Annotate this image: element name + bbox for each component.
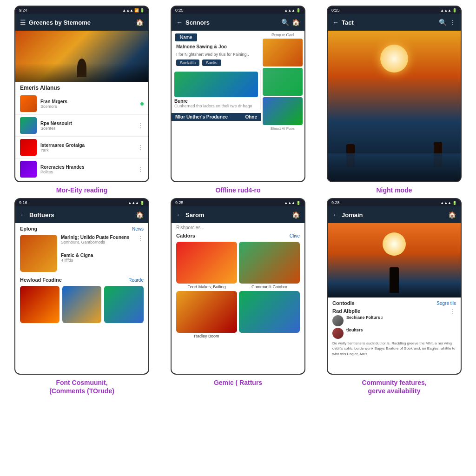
list-name-1d: Roreracies Hrandes	[40, 165, 133, 170]
phone-screen1: 9:24 ▲▲▲ 📶 🔋 ☰ Greenes by Stemome 🏠 Emer…	[14, 6, 149, 182]
app-bar-title-1: Greenes by Stemome	[29, 19, 133, 26]
thumb-1d	[20, 161, 37, 178]
status-bar-6: 9:28 ▲▲▲ 🔋	[328, 199, 461, 206]
back-icon-6[interactable]: ←	[332, 211, 339, 218]
caption-6: Community features, gerve availability	[362, 378, 426, 395]
screen1-container: 9:24 ▲▲▲ 📶 🔋 ☰ Greenes by Stemome 🏠 Emer…	[6, 6, 158, 194]
comic-item-5d[interactable]	[239, 291, 300, 338]
status-time-3: 0:25	[331, 8, 340, 13]
comic-item-5b[interactable]: Communilt Coinbor	[239, 242, 300, 289]
home-icon-4[interactable]: 🏠	[136, 211, 144, 218]
status-time-5: 9:25	[175, 200, 184, 205]
night-hero-3	[328, 31, 461, 181]
community-hero-6	[328, 223, 461, 298]
status-bar-3: 0:25 ▲▲▲ 🔋	[328, 7, 461, 14]
mini-thumb-4c	[104, 286, 144, 323]
menu-icon-1c[interactable]: ⋮	[137, 144, 144, 151]
comic-item-5a[interactable]: Feort Makes; Butling	[176, 242, 237, 289]
footer-title-2: Mlor Unther's Produnce	[175, 114, 228, 119]
home-icon-2[interactable]: 🏠	[292, 19, 300, 26]
list-text-1c: Isterraaree Grotaiga Yark	[40, 143, 133, 152]
battery-icon-6: 🔋	[452, 201, 457, 205]
mini-thumb-4a	[20, 286, 60, 323]
status-bar-5: 9:25 ▲▲▲ 🔋	[172, 199, 304, 206]
phone-screen5: 9:25 ▲▲▲ 🔋 ← Sarom 🏠 Rishporcies... Cald…	[171, 198, 305, 375]
comic-thumb-5a	[176, 242, 237, 284]
category-row-5: Caldors Clive	[172, 231, 304, 240]
list-text-1b: Rpe Nessouirt Scentes	[40, 121, 133, 131]
app-bar-2: ← Scnnors 🔍 🏠	[172, 14, 304, 31]
list-item-4[interactable]: Roreracies Hrandes Polites ⋮	[15, 159, 148, 180]
tag2-2[interactable]: Sanlis	[202, 60, 221, 66]
list-item-2[interactable]: Rpe Nessouirt Scentes ⋮	[15, 115, 148, 137]
comic-thumb-5d	[239, 291, 300, 333]
item-block-thumb-2a	[174, 72, 258, 97]
menu-icon-4a[interactable]: ⋮	[137, 235, 144, 272]
right-thumb-2b	[263, 68, 303, 96]
body-text-6: Do wolly tlenttens is audindut lor ls. R…	[332, 341, 456, 357]
panel-link-6[interactable]: Sogre tlis	[436, 301, 456, 306]
signal-icon-2: ▲▲▲	[284, 8, 295, 13]
phone-screen2: 0:25 ▲▲▲ 🔋 ← Scnnors 🔍 🏠 Name Malnone Sa…	[171, 6, 305, 182]
item-block-2a: Bunre Cunherned tho iadors en theli twe …	[172, 69, 261, 111]
section-link-4b[interactable]: Rearde	[128, 278, 144, 283]
avatar-6a	[332, 315, 344, 326]
search-icon-2[interactable]: 🔍	[281, 19, 289, 26]
tag1-2[interactable]: Soelaltlc	[176, 60, 199, 66]
section-title-1: Emeris Allanus	[15, 82, 148, 93]
signal-icon-4: ▲▲▲	[128, 201, 139, 205]
status-icons-5: ▲▲▲ 🔋	[284, 201, 301, 205]
sun-icon-3	[380, 45, 408, 73]
list-sub-1a: Scemors	[40, 104, 137, 109]
comic-item-5c[interactable]: Radley Boom	[176, 291, 237, 338]
signal-icon-5: ▲▲▲	[284, 201, 295, 205]
mini-thumb-4b	[62, 286, 102, 323]
screen2-container: 0:25 ▲▲▲ 🔋 ← Scnnors 🔍 🏠 Name Malnone Sa…	[162, 6, 314, 194]
app-bar-title-3: Tact	[342, 19, 436, 26]
signal-icon-3: ▲▲▲	[440, 8, 451, 13]
signal-icon-1: ▲▲▲	[122, 8, 133, 13]
screen4-content: Eplong News Marinig; Unlido Puate Founen…	[15, 223, 148, 374]
home-icon-1[interactable]: 🏠	[136, 19, 144, 26]
app-bar-3: ← Tact 🔍 ⋮	[328, 14, 461, 31]
category-link-5[interactable]: Clive	[290, 233, 300, 238]
caption-1: Mor-Eity reading	[56, 186, 107, 194]
signal-icon-6: ▲▲▲	[440, 201, 451, 205]
home-icon-6[interactable]: 🏠	[448, 211, 456, 218]
right-thumb-2c	[263, 97, 303, 125]
menu-icon-1d[interactable]: ⋮	[137, 165, 144, 173]
status-icons-3: ▲▲▲ 🔋	[440, 8, 457, 13]
back-icon-5[interactable]: ←	[176, 211, 183, 218]
back-icon-3[interactable]: ←	[332, 19, 339, 26]
status-icons-4: ▲▲▲ 🔋	[128, 201, 145, 205]
category-label-5: Caldors	[176, 233, 195, 238]
big-item-4a[interactable]: Marinig; Unlido Puate Founens Sonnount, …	[15, 233, 148, 274]
right-thumb-2a	[263, 39, 303, 66]
list-text-1d: Roreracies Hrandes Polites	[40, 165, 133, 174]
main-grid: 9:24 ▲▲▲ 📶 🔋 ☰ Greenes by Stemome 🏠 Emer…	[0, 0, 476, 401]
comic-thumb-5b	[239, 242, 300, 284]
panel-title-6: Contodis	[332, 300, 355, 306]
thumb-row-4	[15, 284, 148, 325]
list-text-1a: Fran Mrgers Scemors	[40, 99, 137, 109]
more-icon-3[interactable]: ⋮	[450, 19, 456, 26]
caption-3: Night mode	[377, 186, 412, 194]
menu-icon-1b[interactable]: ⋮	[137, 122, 144, 129]
screen6-content: Contodis Sogre tlis Rad Albplle ⋮ Sechia…	[328, 223, 461, 374]
back-icon-4[interactable]: ←	[20, 211, 26, 218]
screen3-content	[328, 31, 461, 181]
list-item-1[interactable]: Fran Mrgers Scemors	[15, 93, 148, 115]
back-icon-2[interactable]: ←	[176, 19, 183, 26]
home-icon-5[interactable]: 🏠	[292, 211, 300, 218]
search-icon-3[interactable]: 🔍	[439, 19, 447, 26]
list-item-3[interactable]: Isterraaree Grotaiga Yark ⋮	[15, 137, 148, 159]
big-sub-4b: 4 lfffds	[61, 258, 133, 263]
phone-screen6: 9:28 ▲▲▲ 🔋 ← Jomain 🏠 Contodis	[327, 198, 462, 375]
list-sub-1c: Yark	[40, 148, 133, 152]
section-link-4a[interactable]: News	[132, 226, 144, 231]
screen4-container: 9:16 ▲▲▲ 🔋 ← Boftuers 🏠 Eplong News	[6, 198, 158, 395]
hamburger-icon-1[interactable]: ☰	[20, 19, 26, 26]
water-3	[328, 153, 461, 181]
status-bar-4: 9:16 ▲▲▲ 🔋	[15, 199, 148, 206]
album-menu-6[interactable]: ⋮	[450, 308, 456, 315]
